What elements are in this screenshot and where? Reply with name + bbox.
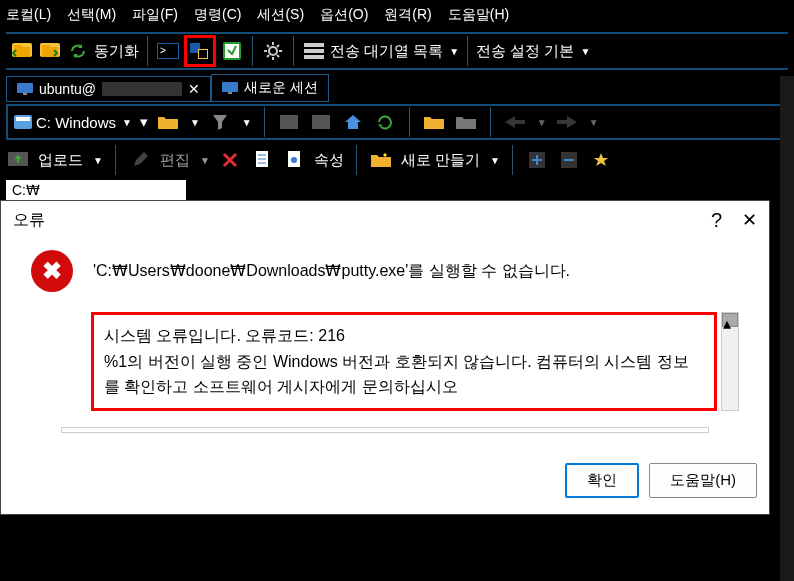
detail-scrollbar[interactable]: ▴ bbox=[721, 312, 739, 411]
svg-rect-14 bbox=[17, 83, 33, 93]
menu-help[interactable]: 도움말(H) bbox=[448, 6, 509, 24]
tab-active-label: ubuntu@ bbox=[39, 81, 96, 97]
error-dialog: 오류 ? ✕ ✖ 'C:₩Users₩doone₩Downloads₩putty… bbox=[0, 200, 770, 515]
transfer-settings-value[interactable]: 기본 bbox=[544, 42, 574, 61]
tab-redacted-host bbox=[102, 82, 182, 96]
transfer-settings-label: 전송 설정 bbox=[476, 42, 540, 61]
nav-back-dropdown[interactable]: ▼ bbox=[537, 117, 547, 128]
menu-local[interactable]: 로컬(L) bbox=[6, 6, 51, 24]
queue-label[interactable]: 전송 대기열 목록 bbox=[330, 42, 443, 61]
svg-rect-12 bbox=[304, 49, 324, 53]
star-icon[interactable] bbox=[589, 148, 613, 172]
drive-selector[interactable]: C: Windows ▼ bbox=[14, 114, 132, 131]
svg-rect-16 bbox=[222, 82, 238, 92]
error-message: 'C:₩Users₩doone₩Downloads₩putty.exe'를 실행… bbox=[93, 261, 570, 282]
error-icon: ✖ bbox=[31, 250, 73, 292]
sync-label[interactable]: 동기화 bbox=[94, 42, 139, 61]
remote-panel-edge bbox=[780, 76, 794, 581]
menu-session[interactable]: 세션(S) bbox=[257, 6, 304, 24]
svg-rect-21 bbox=[312, 115, 330, 129]
history-folder-icon[interactable] bbox=[454, 110, 478, 134]
menu-remote[interactable]: 원격(R) bbox=[384, 6, 431, 24]
svg-rect-17 bbox=[228, 92, 232, 94]
menubar: 로컬(L) 선택(M) 파일(F) 명령(C) 세션(S) 옵션(O) 원격(R… bbox=[0, 0, 794, 30]
folder-right-icon[interactable] bbox=[38, 39, 62, 63]
dialog-help-icon[interactable]: ? bbox=[711, 209, 722, 232]
error-detail-box: 시스템 오류입니다. 오류코드: 216 %1의 버전이 실행 중인 Windo… bbox=[91, 312, 717, 411]
dialog-titlebar: 오류 ? ✕ bbox=[1, 201, 769, 240]
svg-rect-9 bbox=[225, 44, 239, 58]
props-icon[interactable] bbox=[282, 148, 306, 172]
nav-toolbar: C: Windows ▼ ▾ ▼ ▼ ▼ ▼ bbox=[6, 104, 788, 140]
edit-dropdown[interactable]: ▼ bbox=[200, 155, 210, 166]
tab-close-icon[interactable]: ✕ bbox=[188, 81, 200, 97]
scroll-up-icon[interactable]: ▴ bbox=[722, 313, 738, 327]
terminal-icon[interactable]: > bbox=[156, 39, 180, 63]
svg-rect-15 bbox=[23, 93, 27, 95]
menu-select[interactable]: 선택(M) bbox=[67, 6, 116, 24]
sync-icon[interactable] bbox=[66, 39, 90, 63]
nav-back-icon[interactable] bbox=[503, 110, 527, 134]
folder-open-icon[interactable] bbox=[156, 110, 180, 134]
upload-icon[interactable] bbox=[6, 148, 30, 172]
tab-new-session[interactable]: 새로운 세션 bbox=[211, 74, 329, 102]
new-folder-icon[interactable] bbox=[369, 148, 393, 172]
drive-dropdown-icon[interactable]: ▼ bbox=[122, 117, 132, 128]
svg-point-10 bbox=[269, 47, 277, 55]
queue-dropdown-icon[interactable]: ▼ bbox=[449, 46, 459, 57]
delete-icon[interactable] bbox=[218, 148, 242, 172]
monitor-icon bbox=[222, 82, 238, 94]
svg-point-25 bbox=[291, 157, 297, 163]
menu-command[interactable]: 명령(C) bbox=[194, 6, 241, 24]
error-detail-line1: 시스템 오류입니다. 오류코드: 216 bbox=[104, 323, 704, 349]
plus-icon[interactable] bbox=[525, 148, 549, 172]
queue-icon[interactable] bbox=[302, 39, 326, 63]
putty-button-highlighted[interactable] bbox=[184, 35, 216, 67]
error-detail-line2: %1의 버전이 실행 중인 Windows 버전과 호환되지 않습니다. 컴퓨터… bbox=[104, 349, 704, 400]
fileops-toolbar: 업로드 ▼ 편집 ▼ 속성 새로 만들기 ▼ bbox=[0, 142, 794, 178]
explorer-icon[interactable] bbox=[220, 39, 244, 63]
menu-options[interactable]: 옵션(O) bbox=[320, 6, 368, 24]
session-tabs: ubuntu@ ✕ 새로운 세션 bbox=[0, 72, 794, 102]
edit-file-icon[interactable] bbox=[250, 148, 274, 172]
nav-dropdown[interactable]: ▾ bbox=[140, 113, 148, 131]
folder-open-dropdown[interactable]: ▼ bbox=[190, 117, 200, 128]
svg-rect-13 bbox=[304, 55, 324, 59]
dialog-separator bbox=[61, 427, 709, 433]
monitor-icon bbox=[17, 83, 33, 95]
minus-icon[interactable] bbox=[557, 148, 581, 172]
drive-label: C: Windows bbox=[36, 114, 116, 131]
putty-icon bbox=[188, 39, 212, 63]
bookmark-folder-icon[interactable] bbox=[422, 110, 446, 134]
gear-icon[interactable] bbox=[261, 39, 285, 63]
edit-icon[interactable] bbox=[128, 148, 152, 172]
refresh-icon[interactable] bbox=[373, 110, 397, 134]
nav-fwd-dropdown[interactable]: ▼ bbox=[589, 117, 599, 128]
tab-active-session[interactable]: ubuntu@ ✕ bbox=[6, 76, 211, 102]
home-icon[interactable] bbox=[341, 110, 365, 134]
help-button[interactable]: 도움말(H) bbox=[649, 463, 757, 498]
new-dropdown[interactable]: ▼ bbox=[490, 155, 500, 166]
folder-left-icon[interactable] bbox=[10, 39, 34, 63]
path-bar[interactable]: C:₩ bbox=[6, 180, 186, 200]
svg-rect-19 bbox=[16, 117, 30, 121]
props-label[interactable]: 속성 bbox=[314, 151, 344, 170]
main-toolbar: 동기화 > 전송 대기열 목록 ▼ 전송 설정 기본 ▼ bbox=[6, 32, 788, 70]
upload-dropdown[interactable]: ▼ bbox=[93, 155, 103, 166]
menu-file[interactable]: 파일(F) bbox=[132, 6, 178, 24]
filter-dropdown[interactable]: ▼ bbox=[242, 117, 252, 128]
filter-icon[interactable] bbox=[208, 110, 232, 134]
back-folder-icon[interactable] bbox=[277, 110, 301, 134]
nav-fwd-icon[interactable] bbox=[555, 110, 579, 134]
forward-folder-icon[interactable] bbox=[309, 110, 333, 134]
transfer-settings-dropdown-icon[interactable]: ▼ bbox=[580, 46, 590, 57]
dialog-title-text: 오류 bbox=[13, 210, 45, 231]
tab-new-label: 새로운 세션 bbox=[244, 79, 318, 97]
dialog-close-icon[interactable]: ✕ bbox=[742, 209, 757, 232]
svg-rect-7 bbox=[199, 50, 207, 58]
new-label[interactable]: 새로 만들기 bbox=[401, 151, 480, 170]
edit-label[interactable]: 편집 bbox=[160, 151, 190, 170]
upload-label[interactable]: 업로드 bbox=[38, 151, 83, 170]
svg-rect-20 bbox=[280, 115, 298, 129]
ok-button[interactable]: 확인 bbox=[565, 463, 639, 498]
